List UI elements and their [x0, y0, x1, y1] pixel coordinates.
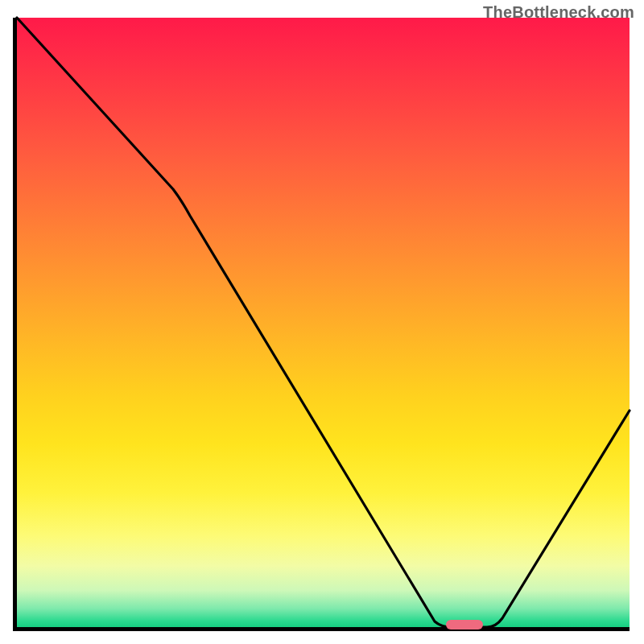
gradient-heatmap — [17, 18, 630, 627]
optimum-marker — [446, 620, 483, 630]
x-axis — [13, 627, 630, 631]
y-axis — [13, 18, 17, 628]
watermark-label: TheBottleneck.com — [483, 3, 634, 22]
bottleneck-chart: TheBottleneck.com — [0, 0, 644, 644]
